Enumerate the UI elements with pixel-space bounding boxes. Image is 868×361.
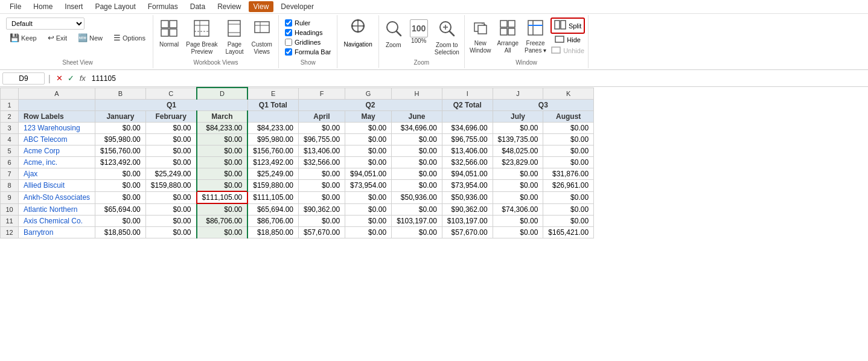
freeze-panes-button[interactable]: FreezePanes ▾	[522, 18, 549, 56]
cell-e7[interactable]: $25,249.00	[247, 168, 298, 180]
hide-button[interactable]: Hide	[554, 35, 582, 45]
gridlines-checkbox[interactable]	[285, 39, 292, 46]
cell-e3[interactable]: $84,233.00	[247, 123, 298, 134]
cell-f2[interactable]: April	[299, 111, 345, 123]
zoom-100-button[interactable]: 100 100%	[407, 18, 431, 46]
cell-c10[interactable]: $0.00	[145, 203, 196, 216]
ruler-checkbox-row[interactable]: Ruler	[285, 19, 331, 27]
cell-j4[interactable]: $139,735.00	[493, 134, 543, 145]
cell-f12[interactable]: $57,670.00	[299, 227, 345, 238]
cell-g10[interactable]: $0.00	[345, 203, 392, 216]
cell-e1-q1total[interactable]: Q1 Total	[247, 100, 298, 111]
cell-f9[interactable]: $0.00	[299, 191, 345, 203]
options-button[interactable]: ☰ Options	[110, 32, 149, 43]
cell-j11[interactable]: $0.00	[493, 216, 543, 227]
cell-i11[interactable]: $103,197.00	[442, 216, 493, 227]
cell-c2[interactable]: February	[145, 111, 196, 123]
cell-j12[interactable]: $0.00	[493, 227, 543, 238]
cell-b11[interactable]: $0.00	[95, 216, 146, 227]
cell-g9[interactable]: $0.00	[345, 191, 392, 203]
cancel-formula-icon[interactable]: ✕	[54, 74, 65, 83]
cell-a1[interactable]	[19, 100, 95, 111]
cell-h3[interactable]: $34,696.00	[392, 123, 442, 134]
cell-k8[interactable]: $26,961.00	[543, 180, 594, 192]
sheet-view-dropdown[interactable]: Default	[6, 18, 85, 30]
cell-f4[interactable]: $96,755.00	[299, 134, 345, 145]
cell-g3[interactable]: $0.00	[345, 123, 392, 134]
cell-k3[interactable]: $0.00	[543, 123, 594, 134]
cell-k12[interactable]: $165,421.00	[543, 227, 594, 238]
new-window-button[interactable]: NewWindow	[467, 18, 494, 56]
cell-i2[interactable]	[442, 111, 493, 123]
cell-h5[interactable]: $0.00	[392, 145, 442, 157]
menu-page-layout[interactable]: Page Layout	[90, 1, 140, 12]
cell-j9[interactable]: $0.00	[493, 191, 543, 203]
cell-h10[interactable]: $0.00	[392, 203, 442, 216]
exit-button[interactable]: ↩ Exit	[44, 32, 71, 43]
cell-e4[interactable]: $95,980.00	[247, 134, 298, 145]
cell-e12[interactable]: $18,850.00	[247, 227, 298, 238]
col-header-e[interactable]: E	[247, 88, 298, 100]
cell-k5[interactable]: $0.00	[543, 145, 594, 157]
cell-h2[interactable]: June	[392, 111, 442, 123]
cell-a4[interactable]: ABC Telecom	[19, 134, 95, 145]
cell-f7[interactable]: $0.00	[299, 168, 345, 180]
cell-i4[interactable]: $96,755.00	[442, 134, 493, 145]
cell-f10[interactable]: $90,362.00	[299, 203, 345, 216]
menu-insert[interactable]: Insert	[60, 1, 88, 12]
normal-view-button[interactable]: Normal	[157, 18, 181, 50]
cell-b1-q1[interactable]: Q1	[95, 100, 248, 111]
cell-f11[interactable]: $0.00	[299, 216, 345, 227]
zoom-button[interactable]: Zoom	[381, 18, 406, 51]
cell-d3[interactable]: $84,233.00	[197, 123, 248, 134]
menu-review[interactable]: Review	[212, 1, 246, 12]
formula-bar-checkbox[interactable]	[285, 48, 292, 56]
cell-g7[interactable]: $94,051.00	[345, 168, 392, 180]
cell-i5[interactable]: $13,406.00	[442, 145, 493, 157]
col-header-d[interactable]: D	[197, 88, 248, 100]
cell-f3[interactable]: $0.00	[299, 123, 345, 134]
cell-f6[interactable]: $32,566.00	[299, 157, 345, 168]
cell-c7[interactable]: $25,249.00	[145, 168, 196, 180]
cell-k11[interactable]: $0.00	[543, 216, 594, 227]
cell-k9[interactable]: $0.00	[543, 191, 594, 203]
cell-h6[interactable]: $0.00	[392, 157, 442, 168]
cell-a7[interactable]: Ajax	[19, 168, 95, 180]
cell-d8[interactable]: $0.00	[197, 180, 248, 192]
ruler-checkbox[interactable]	[285, 19, 292, 27]
cell-c4[interactable]: $0.00	[145, 134, 196, 145]
cell-b6[interactable]: $123,492.00	[95, 157, 146, 168]
formula-input[interactable]	[89, 73, 866, 84]
cell-b8[interactable]: $0.00	[95, 180, 146, 192]
cell-b3[interactable]: $0.00	[95, 123, 146, 134]
cell-g5[interactable]: $0.00	[345, 145, 392, 157]
cell-e5[interactable]: $156,760.00	[247, 145, 298, 157]
cell-c5[interactable]: $0.00	[145, 145, 196, 157]
cell-i7[interactable]: $94,051.00	[442, 168, 493, 180]
cell-e6[interactable]: $123,492.00	[247, 157, 298, 168]
cell-a3[interactable]: 123 Warehousing	[19, 123, 95, 134]
cell-g8[interactable]: $73,954.00	[345, 180, 392, 192]
col-header-j[interactable]: J	[493, 88, 543, 100]
cell-i12[interactable]: $57,670.00	[442, 227, 493, 238]
cell-d7[interactable]: $0.00	[197, 168, 248, 180]
cell-a5[interactable]: Acme Corp	[19, 145, 95, 157]
cell-e10[interactable]: $65,694.00	[247, 203, 298, 216]
confirm-formula-icon[interactable]: ✓	[66, 74, 76, 83]
cell-b2[interactable]: January	[95, 111, 146, 123]
cell-c6[interactable]: $0.00	[145, 157, 196, 168]
cell-a2[interactable]: Row Labels	[19, 111, 95, 123]
menu-data[interactable]: Data	[185, 1, 210, 12]
split-button[interactable]: Split	[550, 18, 585, 34]
cell-b5[interactable]: $156,760.00	[95, 145, 146, 157]
custom-views-button[interactable]: CustomViews	[249, 18, 274, 57]
cell-d4[interactable]: $0.00	[197, 134, 248, 145]
cell-reference-input[interactable]	[2, 72, 45, 85]
cell-b7[interactable]: $0.00	[95, 168, 146, 180]
cell-i3[interactable]: $34,696.00	[442, 123, 493, 134]
cell-k2[interactable]: August	[543, 111, 594, 123]
arrange-all-button[interactable]: ArrangeAll	[494, 18, 521, 56]
cell-d12[interactable]: $0.00	[197, 227, 248, 238]
cell-c12[interactable]: $0.00	[145, 227, 196, 238]
cell-c9[interactable]: $0.00	[145, 191, 196, 203]
